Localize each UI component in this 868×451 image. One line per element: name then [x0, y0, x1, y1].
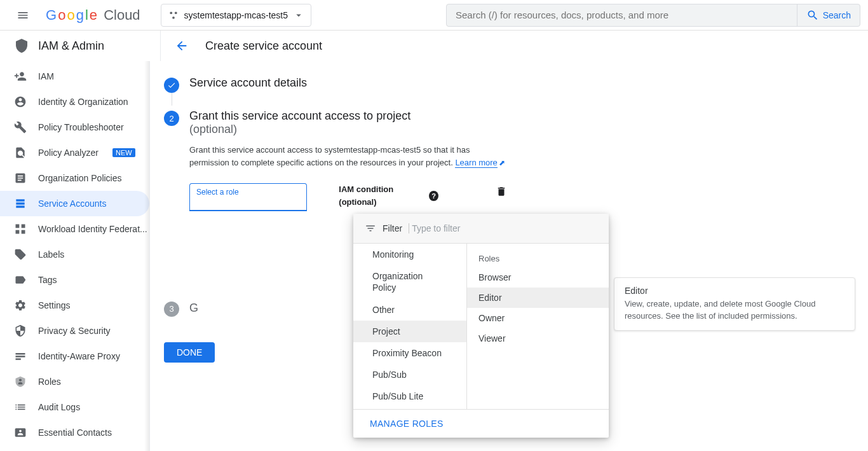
sidebar-item-iam[interactable]: IAM — [0, 64, 149, 89]
shield-icon — [14, 38, 29, 53]
tooltip-title: Editor — [625, 286, 844, 296]
manage-roles-link[interactable]: MANAGE ROLES — [370, 419, 444, 429]
sidebar: IAM Identity & Organization Policy Troub… — [0, 61, 150, 451]
category-monitoring[interactable]: Monitoring — [353, 244, 466, 265]
find-in-page-icon — [14, 146, 27, 159]
step-2-body: Grant this service account access to sys… — [189, 144, 507, 211]
svg-point-2 — [172, 16, 175, 18]
role-categories-list[interactable]: Monitoring Organization Policy Other Pro… — [353, 244, 466, 409]
wrench-icon — [14, 121, 27, 134]
role-owner[interactable]: Owner — [467, 308, 609, 328]
dropdown-footer: MANAGE ROLES — [353, 409, 609, 438]
project-picker[interactable]: systemtestapp-mcas-test5 — [161, 4, 311, 27]
help-icon[interactable]: ? — [429, 191, 438, 201]
svg-rect-9 — [16, 358, 21, 360]
sidebar-item-policy-troubleshooter[interactable]: Policy Troubleshooter — [0, 114, 149, 140]
service-account-icon — [14, 197, 27, 210]
svg-point-0 — [170, 11, 172, 14]
project-name: systemtestapp-mcas-test5 — [184, 10, 288, 20]
product-title-area: IAM & Admin — [0, 31, 160, 61]
trash-icon — [496, 186, 507, 197]
svg-rect-7 — [16, 353, 25, 355]
filter-label: Filter — [383, 223, 402, 233]
search-box: Search — [446, 4, 860, 27]
topbar: Google Cloud systemtestapp-mcas-test5 Se… — [0, 0, 868, 31]
sidebar-item-iap[interactable]: Identity-Aware Proxy — [0, 343, 149, 369]
role-browser[interactable]: Browser — [467, 267, 609, 288]
iam-condition-label: IAM condition (optional) ? — [339, 183, 438, 209]
sidebar-item-org-policies[interactable]: Organization Policies — [0, 165, 149, 191]
list-icon — [14, 401, 27, 413]
sidebar-item-audit-logs[interactable]: Audit Logs — [0, 394, 149, 420]
sidebar-item-settings[interactable]: Settings — [0, 293, 149, 318]
step-3-title: G — [189, 302, 198, 315]
sidebar-item-roles[interactable]: Roles — [0, 369, 149, 394]
role-viewer[interactable]: Viewer — [467, 328, 609, 349]
search-input[interactable] — [447, 10, 797, 20]
sidebar-item-privacy[interactable]: Privacy & Security — [0, 318, 149, 343]
page-title-bar: Create service account — [160, 31, 868, 61]
step-1[interactable]: Service account details — [164, 76, 736, 93]
sidebar-item-service-accounts[interactable]: Service Accounts — [0, 191, 149, 216]
project-icon — [168, 10, 179, 21]
google-cloud-logo[interactable]: Google Cloud — [46, 7, 140, 24]
search-button[interactable]: Search — [797, 4, 860, 26]
svg-rect-3 — [16, 225, 20, 228]
roles-list: Roles Browser Editor Owner Viewer — [466, 244, 609, 409]
sidebar-item-workload-identity[interactable]: Workload Identity Federat... — [0, 216, 149, 242]
role-editor[interactable]: Editor — [467, 288, 609, 308]
learn-more-link[interactable]: Learn more — [455, 158, 497, 168]
new-badge: NEW — [112, 148, 135, 157]
filter-input[interactable] — [409, 223, 523, 233]
dropdown-filter-row: Filter — [353, 214, 609, 244]
step-2-subtitle: (optional) — [189, 123, 410, 136]
hamburger-icon — [17, 9, 29, 22]
svg-rect-5 — [16, 230, 20, 234]
roles-icon — [14, 375, 27, 388]
svg-rect-8 — [16, 356, 25, 357]
sidebar-item-identity[interactable]: Identity & Organization — [0, 89, 149, 114]
roles-header: Roles — [467, 250, 609, 267]
contacts-icon — [14, 426, 27, 439]
select-role-dropdown[interactable]: Select a role — [189, 183, 307, 211]
main-menu-button[interactable] — [8, 0, 38, 31]
filter-icon — [365, 223, 376, 234]
article-icon — [14, 172, 27, 184]
tooltip-body: View, create, update, and delete most Go… — [625, 298, 844, 323]
chevron-down-icon — [293, 10, 304, 21]
step-2-number: 2 — [164, 111, 179, 126]
back-button[interactable] — [175, 39, 189, 53]
security-icon — [14, 324, 27, 337]
done-button[interactable]: DONE — [164, 342, 215, 363]
svg-point-1 — [174, 11, 177, 14]
svg-rect-6 — [22, 230, 25, 234]
sub-header: IAM & Admin Create service account — [0, 31, 868, 61]
step-1-title: Service account details — [189, 76, 307, 90]
sidebar-item-tags[interactable]: Tags — [0, 267, 149, 293]
category-pubsub[interactable]: Pub/Sub — [353, 364, 466, 385]
category-other[interactable]: Other — [353, 299, 466, 321]
step-1-check-icon — [164, 78, 179, 93]
step-connector — [172, 93, 736, 106]
svg-rect-4 — [22, 225, 25, 228]
person-add-icon — [14, 70, 27, 83]
category-proximity-beacon[interactable]: Proximity Beacon — [353, 342, 466, 364]
search-icon — [806, 9, 819, 22]
svg-point-10 — [19, 378, 22, 381]
sidebar-item-essential-contacts[interactable]: Essential Contacts — [0, 420, 149, 445]
label-icon — [14, 248, 27, 261]
page-title: Create service account — [205, 39, 322, 53]
sidebar-item-policy-analyzer[interactable]: Policy AnalyzerNEW — [0, 140, 149, 165]
category-org-policy[interactable]: Organization Policy — [353, 265, 466, 298]
delete-role-button[interactable] — [496, 186, 507, 197]
role-dropdown-panel: Filter Monitoring Organization Policy Ot… — [353, 214, 609, 438]
category-pubsub-lite[interactable]: Pub/Sub Lite — [353, 385, 466, 407]
external-link-icon: ⬈ — [499, 158, 505, 167]
category-project[interactable]: Project — [353, 321, 466, 342]
main-content: Service account details 2 Grant this ser… — [150, 61, 868, 451]
sidebar-item-labels[interactable]: Labels — [0, 242, 149, 267]
role-description-tooltip: Editor View, create, update, and delete … — [614, 277, 855, 331]
iap-icon — [14, 350, 27, 363]
arrow-back-icon — [175, 39, 189, 53]
gear-icon — [14, 299, 27, 312]
